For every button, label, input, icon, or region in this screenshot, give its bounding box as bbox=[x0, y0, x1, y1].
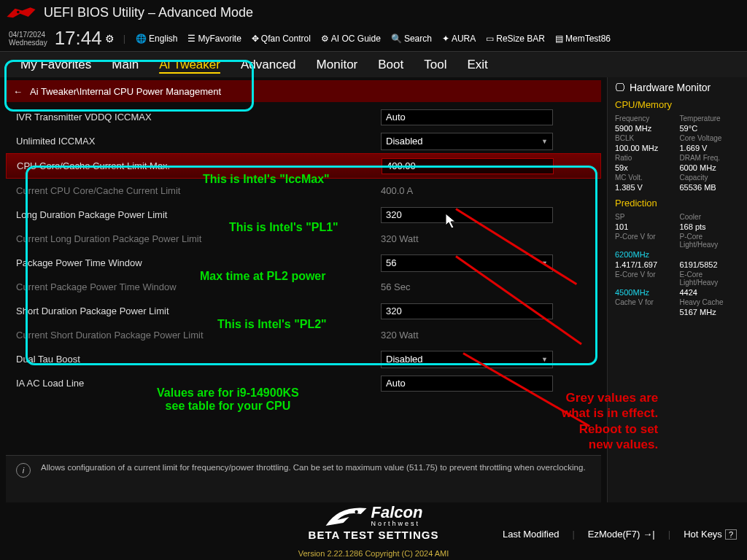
falcon-logo-block: Falcon Northwest BETA TEST SETTINGS bbox=[309, 504, 439, 541]
setting-input[interactable] bbox=[381, 376, 553, 392]
toolbar-english[interactable]: 🌐English bbox=[131, 32, 182, 45]
main-panel: ← Ai Tweaker\Internal CPU Power Manageme… bbox=[0, 77, 607, 502]
main-menu: My FavoritesMainAi TweakerAdvancedMonito… bbox=[0, 52, 747, 77]
setting-row: Short Duration Package Power Limit bbox=[6, 299, 601, 323]
setting-label: IVR Transmitter VDDQ ICCMAX bbox=[16, 112, 381, 122]
setting-row: Long Duration Package Power Limit bbox=[6, 203, 601, 227]
chevron-down-icon: ▼ bbox=[541, 260, 548, 267]
setting-row: Package Power Time Window56▼ bbox=[6, 251, 601, 275]
setting-row: Unlimited ICCMAXDisabled▼ bbox=[6, 129, 601, 153]
memtest-icon: ▤ bbox=[555, 34, 563, 44]
settings-gear-icon[interactable]: ⚙ bbox=[105, 33, 115, 44]
setting-row: CPU Core/Cache Current Limit Max. bbox=[6, 153, 601, 179]
hw-title: 🖵Hardware Monitor bbox=[615, 82, 740, 93]
info-bar: 04/17/2024 Wednesday 17:44 ⚙ | 🌐English☰… bbox=[0, 26, 747, 52]
setting-label: IA AC Load Line bbox=[16, 378, 381, 389]
svg-point-0 bbox=[17, 10, 20, 13]
english-icon: 🌐 bbox=[136, 34, 147, 44]
setting-label: CPU Core/Cache Current Limit Max. bbox=[17, 160, 382, 171]
menu-tool[interactable]: Tool bbox=[424, 58, 446, 72]
resize-icon: ▭ bbox=[486, 34, 494, 44]
menu-myfav[interactable]: My Favorites bbox=[20, 58, 91, 72]
hardware-monitor-panel: 🖵Hardware Monitor CPU/Memory FrequencyTe… bbox=[607, 77, 747, 502]
setting-input[interactable] bbox=[381, 303, 553, 319]
toolbar: 🌐English☰MyFavorite✥Qfan Control⚙AI OC G… bbox=[131, 32, 615, 45]
chevron-down-icon: ▼ bbox=[541, 356, 548, 363]
setting-row: Dual Tau BoostDisabled▼ bbox=[6, 347, 601, 371]
rog-logo bbox=[6, 4, 36, 23]
setting-label: Package Power Time Window bbox=[16, 257, 381, 268]
clock: 17:44 bbox=[55, 27, 102, 50]
setting-label: Unlimited ICCMAX bbox=[16, 136, 381, 147]
setting-input[interactable] bbox=[382, 158, 554, 174]
menu-boot[interactable]: Boot bbox=[378, 58, 403, 72]
toolbar-aura[interactable]: ✦AURA bbox=[438, 32, 480, 45]
setting-readonly-value: 320 Watt bbox=[381, 330, 419, 341]
toolbar-myfav[interactable]: ☰MyFavorite bbox=[183, 32, 245, 45]
toolbar-qfan[interactable]: ✥Qfan Control bbox=[247, 32, 315, 45]
setting-dropdown[interactable]: 56▼ bbox=[381, 254, 553, 272]
setting-row: IVR Transmitter VDDQ ICCMAX bbox=[6, 105, 601, 129]
breadcrumb: ← Ai Tweaker\Internal CPU Power Manageme… bbox=[6, 80, 601, 102]
setting-label: Long Duration Package Power Limit bbox=[16, 209, 381, 220]
app-title: UEFI BIOS Utility – Advanced Mode bbox=[44, 5, 253, 20]
toolbar-memtest[interactable]: ▤MemTest86 bbox=[551, 32, 615, 45]
version-text: Version 2.22.1286 Copyright (C) 2024 AMI bbox=[298, 549, 449, 558]
setting-dropdown[interactable]: Disabled▼ bbox=[381, 351, 553, 368]
setting-dropdown[interactable]: Disabled▼ bbox=[381, 133, 553, 150]
monitor-icon: 🖵 bbox=[615, 82, 625, 93]
setting-label: Short Duration Package Power Limit bbox=[16, 306, 381, 316]
help-text: i Allows configuration of a current limi… bbox=[6, 455, 601, 502]
setting-row: IA AC Load Line bbox=[6, 371, 601, 395]
toolbar-aioc[interactable]: ⚙AI OC Guide bbox=[317, 32, 385, 45]
setting-row: Current Package Power Time Window56 Sec bbox=[6, 275, 601, 299]
setting-label: Dual Tau Boost bbox=[16, 354, 381, 365]
ezmode-button[interactable]: EzMode(F7)→| bbox=[588, 529, 655, 540]
menu-monitor[interactable]: Monitor bbox=[317, 58, 358, 72]
svg-point-1 bbox=[355, 510, 357, 513]
menu-advanced[interactable]: Advanced bbox=[241, 58, 296, 72]
setting-label: Current Short Duration Package Power Lim… bbox=[16, 330, 381, 341]
myfav-icon: ☰ bbox=[187, 34, 196, 44]
setting-label: Current Long Duration Package Power Limi… bbox=[16, 233, 381, 244]
chevron-down-icon: ▼ bbox=[541, 138, 548, 145]
back-arrow-icon[interactable]: ← bbox=[13, 86, 23, 97]
search-icon: 🔍 bbox=[391, 34, 402, 44]
breadcrumb-path: Ai Tweaker\Internal CPU Power Management bbox=[30, 86, 221, 97]
header-bar: UEFI BIOS Utility – Advanced Mode bbox=[0, 0, 747, 26]
setting-row: Current Long Duration Package Power Limi… bbox=[6, 227, 601, 251]
settings-list: IVR Transmitter VDDQ ICCMAXUnlimited ICC… bbox=[0, 102, 607, 452]
setting-readonly-value: 320 Watt bbox=[381, 233, 419, 244]
toolbar-search[interactable]: 🔍Search bbox=[387, 32, 436, 45]
setting-label: Current Package Power Time Window bbox=[16, 281, 381, 292]
last-modified-button[interactable]: Last Modified bbox=[503, 529, 559, 540]
setting-readonly-value: 400.0 A bbox=[381, 185, 413, 196]
setting-readonly-value: 56 Sec bbox=[381, 281, 410, 292]
date-block: 04/17/2024 Wednesday bbox=[9, 31, 47, 47]
info-icon: i bbox=[16, 463, 31, 478]
hotkeys-button[interactable]: Hot Keys? bbox=[684, 529, 737, 540]
aioc-icon: ⚙ bbox=[321, 34, 329, 44]
menu-aitweaker[interactable]: Ai Tweaker bbox=[159, 58, 220, 72]
qfan-icon: ✥ bbox=[252, 34, 259, 44]
menu-exit[interactable]: Exit bbox=[467, 58, 487, 72]
setting-input[interactable] bbox=[381, 207, 553, 223]
setting-row: Current CPU Core/Cache Current Limit400.… bbox=[6, 179, 601, 203]
footer: Falcon Northwest BETA TEST SETTINGS Last… bbox=[0, 502, 747, 560]
toolbar-resize[interactable]: ▭ReSize BAR bbox=[481, 32, 549, 45]
setting-row: Current Short Duration Package Power Lim… bbox=[6, 323, 601, 347]
setting-input[interactable] bbox=[381, 109, 553, 125]
aura-icon: ✦ bbox=[442, 34, 449, 44]
menu-main[interactable]: Main bbox=[112, 58, 139, 72]
setting-label: Current CPU Core/Cache Current Limit bbox=[16, 185, 381, 196]
